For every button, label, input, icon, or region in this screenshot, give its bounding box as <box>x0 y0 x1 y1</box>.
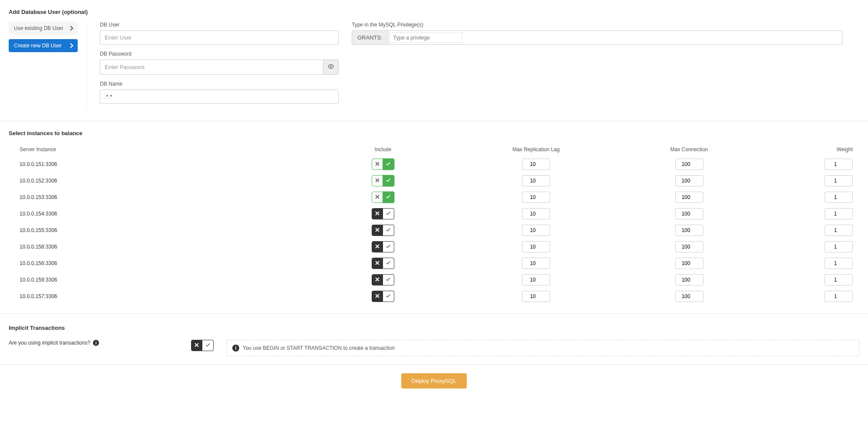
col-server-header: Server Instance <box>9 143 307 156</box>
x-icon <box>195 342 199 348</box>
server-instance-cell: 10.0.0.153:3306 <box>9 189 307 206</box>
deploy-proxysql-button[interactable]: Deploy ProxySQL <box>401 373 467 388</box>
x-icon <box>375 161 380 167</box>
include-button[interactable] <box>383 274 394 285</box>
use-existing-db-user-button[interactable]: Use existing DB User <box>9 22 78 35</box>
privileges-form: Type in the MySQL Privilege(s) GRANTS: <box>352 22 842 110</box>
max-replication-lag-input[interactable] <box>522 192 550 203</box>
table-row: 10.0.0.151:3306 <box>9 156 859 173</box>
max-connection-input[interactable] <box>675 208 703 219</box>
include-button[interactable] <box>383 175 394 186</box>
server-instance-cell: 10.0.0.158:3306 <box>9 239 307 255</box>
server-instance-cell: 10.0.0.152:3306 <box>9 173 307 189</box>
privileges-label: Type in the MySQL Privilege(s) <box>352 22 842 28</box>
add-db-user-title: Add Database User (optional) <box>9 9 859 15</box>
include-button[interactable] <box>383 258 394 269</box>
table-row: 10.0.0.157:3306 <box>9 288 859 305</box>
max-replication-lag-input[interactable] <box>522 291 550 302</box>
max-replication-lag-input[interactable] <box>522 208 550 219</box>
chevron-right-icon <box>68 43 73 48</box>
exclude-button[interactable] <box>372 175 383 186</box>
x-icon <box>375 260 380 266</box>
weight-input[interactable] <box>825 192 853 203</box>
weight-input[interactable] <box>825 258 853 269</box>
toggle-password-visibility-button[interactable] <box>323 60 339 75</box>
weight-input[interactable] <box>825 175 853 186</box>
exclude-button[interactable] <box>372 291 383 302</box>
server-instance-cell: 10.0.0.157:3306 <box>9 288 307 305</box>
weight-input[interactable] <box>825 159 853 170</box>
server-instance-cell: 10.0.0.155:3306 <box>9 222 307 239</box>
check-icon <box>386 194 390 200</box>
max-connection-input[interactable] <box>675 291 703 302</box>
max-replication-lag-input[interactable] <box>522 159 550 170</box>
info-icon[interactable]: i <box>93 340 99 346</box>
table-row: 10.0.0.152:3306 <box>9 173 859 189</box>
db-user-form: DB User DB Password DB Name <box>100 22 339 110</box>
include-button[interactable] <box>383 291 394 302</box>
exclude-button[interactable] <box>372 159 383 170</box>
col-include-header: Include <box>307 143 460 156</box>
include-button[interactable] <box>383 225 394 236</box>
table-row: 10.0.0.156:3306 <box>9 255 859 272</box>
table-row: 10.0.0.155:3306 <box>9 222 859 239</box>
server-instance-cell: 10.0.0.154:3306 <box>9 206 307 222</box>
max-connection-input[interactable] <box>675 274 703 285</box>
check-icon <box>386 277 390 283</box>
db-password-input[interactable] <box>100 60 323 75</box>
weight-input[interactable] <box>825 274 853 285</box>
privilege-input[interactable] <box>389 33 462 43</box>
create-new-db-user-button[interactable]: Create new DB User <box>9 39 78 52</box>
include-button[interactable] <box>383 159 394 170</box>
include-toggle <box>372 241 394 252</box>
max-connection-input[interactable] <box>675 159 703 170</box>
weight-input[interactable] <box>825 225 853 236</box>
db-password-label: DB Password <box>100 51 339 57</box>
max-replication-lag-input[interactable] <box>522 225 550 236</box>
x-icon <box>375 194 380 200</box>
check-icon <box>386 293 390 299</box>
weight-input[interactable] <box>825 241 853 252</box>
weight-input[interactable] <box>825 208 853 219</box>
include-toggle <box>372 274 394 285</box>
include-button[interactable] <box>383 241 394 252</box>
max-connection-input[interactable] <box>675 258 703 269</box>
include-button[interactable] <box>383 208 394 219</box>
db-name-label: DB Name <box>100 81 339 87</box>
db-user-input[interactable] <box>100 30 339 45</box>
include-toggle <box>372 291 394 302</box>
max-connection-input[interactable] <box>675 175 703 186</box>
instances-title: Select instances to balance <box>9 130 859 136</box>
max-connection-input[interactable] <box>675 225 703 236</box>
chevron-right-icon <box>68 26 73 30</box>
max-replication-lag-input[interactable] <box>522 241 550 252</box>
weight-input[interactable] <box>825 291 853 302</box>
exclude-button[interactable] <box>372 258 383 269</box>
implicit-question: Are you using implicit transactions? <box>9 340 90 346</box>
db-name-input[interactable] <box>100 90 339 104</box>
include-toggle <box>372 192 394 203</box>
db-user-label: DB User <box>100 22 339 28</box>
use-existing-label: Use existing DB User <box>14 25 63 31</box>
exclude-button[interactable] <box>372 241 383 252</box>
exclude-button[interactable] <box>372 274 383 285</box>
max-connection-input[interactable] <box>675 241 703 252</box>
max-connection-input[interactable] <box>675 192 703 203</box>
x-icon <box>375 211 380 217</box>
grants-prefix: GRANTS: <box>352 30 388 45</box>
x-icon <box>375 178 380 184</box>
exclude-button[interactable] <box>372 192 383 203</box>
max-replication-lag-input[interactable] <box>522 175 550 186</box>
include-toggle <box>372 225 394 236</box>
implicit-no-button[interactable] <box>191 340 202 351</box>
implicit-yes-button[interactable] <box>202 340 214 351</box>
include-button[interactable] <box>383 192 394 203</box>
implicit-message: You use BEGIN or START TRANSACTION to cr… <box>243 345 395 351</box>
max-replication-lag-input[interactable] <box>522 274 550 285</box>
x-icon <box>375 293 380 299</box>
exclude-button[interactable] <box>372 208 383 219</box>
exclude-button[interactable] <box>372 225 383 236</box>
info-icon: i <box>232 345 239 352</box>
include-toggle <box>372 175 394 186</box>
max-replication-lag-input[interactable] <box>522 258 550 269</box>
